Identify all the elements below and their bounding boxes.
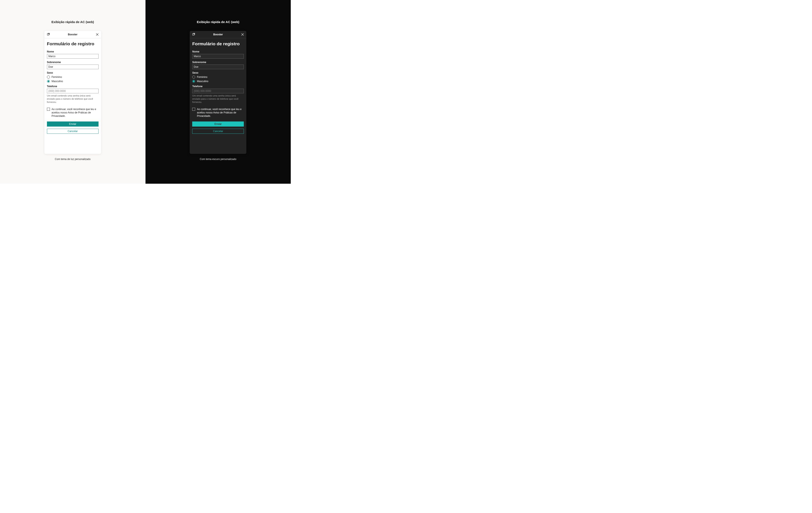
last-name-field: Sobrenome (47, 61, 98, 69)
radio-icon (47, 80, 50, 83)
radio-icon (47, 76, 50, 79)
last-name-input[interactable] (192, 64, 244, 69)
card-body: Formulário de registro Nome Sobrenome Se… (190, 38, 246, 154)
sex-option-masculino[interactable]: Masculino (47, 80, 98, 83)
card-header: Booster (190, 31, 246, 38)
form-title: Formulário de registro (192, 41, 244, 46)
phone-label: Telefone (47, 85, 98, 88)
quickview-card-light: Booster Formulário de registro Nome Sobr… (45, 31, 101, 154)
phone-input[interactable] (192, 89, 244, 93)
first-name-input[interactable] (192, 54, 244, 59)
close-icon[interactable] (95, 33, 99, 36)
column-caption: Com tema escuro personalizado (200, 158, 236, 161)
sex-label: Sexo (192, 71, 244, 74)
phone-label: Telefone (192, 85, 244, 88)
light-theme-column: Exibição rápida de AC (web) Booster Form… (0, 0, 145, 184)
card-header: Booster (45, 31, 101, 38)
last-name-field: Sobrenome (192, 61, 244, 69)
column-title: Exibição rápida de AC (web) (51, 20, 94, 24)
first-name-label: Nome (47, 50, 98, 53)
consent-label: Ao continuar, você reconhece que leu e a… (52, 108, 98, 118)
radio-icon (192, 76, 195, 79)
radio-label: Feminino (197, 76, 207, 79)
last-name-label: Sobrenome (192, 61, 244, 64)
radio-label: Feminino (52, 76, 62, 79)
sex-field: Sexo Feminino Masculino (47, 71, 98, 83)
dark-theme-column: Exibição rápida de AC (web) Booster Form… (145, 0, 291, 184)
consent-checkbox-row[interactable]: Ao continuar, você reconhece que leu e a… (192, 108, 244, 118)
sex-label: Sexo (47, 71, 98, 74)
last-name-label: Sobrenome (47, 61, 98, 64)
first-name-label: Nome (192, 50, 244, 53)
sex-field: Sexo Feminino Masculino (192, 71, 244, 83)
radio-icon (192, 80, 195, 83)
radio-label: Masculino (52, 80, 63, 83)
quickview-card-dark: Booster Formulário de registro Nome Sobr… (190, 31, 246, 154)
sex-option-feminino[interactable]: Feminino (192, 76, 244, 79)
popout-icon[interactable] (47, 33, 50, 36)
phone-field: Telefone Um email contendo uma senha úni… (192, 85, 244, 104)
last-name-input[interactable] (47, 64, 98, 69)
popout-icon[interactable] (192, 33, 195, 36)
column-caption: Com tema de luz personalizado (55, 158, 90, 161)
first-name-field: Nome (192, 50, 244, 59)
phone-helper: Um email contendo uma senha única será e… (47, 94, 98, 104)
first-name-input[interactable] (47, 54, 98, 59)
cancel-button[interactable]: Cancelar (47, 129, 98, 134)
consent-label: Ao continuar, você reconhece que leu e a… (197, 108, 244, 118)
phone-field: Telefone Um email contendo uma senha úni… (47, 85, 98, 104)
column-title: Exibição rápida de AC (web) (197, 20, 239, 24)
form-title: Formulário de registro (47, 41, 98, 46)
submit-button[interactable]: Enviar (192, 122, 244, 127)
sex-option-masculino[interactable]: Masculino (192, 80, 244, 83)
phone-helper: Um email contendo uma senha única será e… (192, 94, 244, 104)
phone-input[interactable] (47, 89, 98, 93)
card-body: Formulário de registro Nome Sobrenome Se… (45, 38, 101, 154)
radio-label: Masculino (197, 80, 208, 83)
consent-checkbox-row[interactable]: Ao continuar, você reconhece que leu e a… (47, 108, 98, 118)
close-icon[interactable] (241, 33, 244, 36)
checkbox-icon (47, 108, 50, 111)
checkbox-icon (192, 108, 195, 111)
first-name-field: Nome (47, 50, 98, 59)
cancel-button[interactable]: Cancelar (192, 129, 244, 134)
card-title: Booster (190, 33, 246, 36)
card-title: Booster (45, 33, 101, 36)
sex-option-feminino[interactable]: Feminino (47, 76, 98, 79)
submit-button[interactable]: Enviar (47, 122, 98, 127)
